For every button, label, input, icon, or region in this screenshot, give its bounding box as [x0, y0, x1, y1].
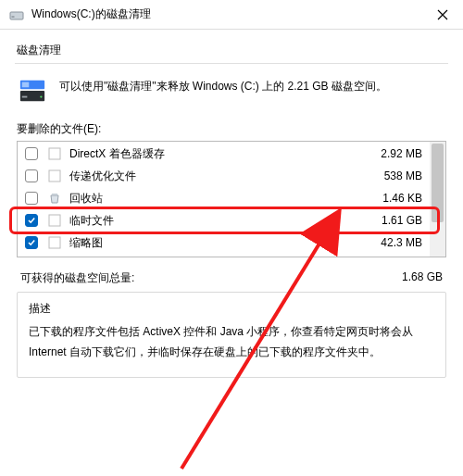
close-button[interactable] [422, 0, 463, 29]
item-size: 42.3 MB [357, 236, 422, 249]
checkbox[interactable] [25, 236, 38, 249]
list-item[interactable]: 传递优化文件 538 MB [18, 165, 430, 187]
checkbox[interactable] [25, 192, 38, 205]
list-item[interactable]: 回收站 1.46 KB [18, 187, 430, 209]
checkbox[interactable] [25, 214, 38, 227]
tab-divider [15, 63, 448, 64]
intro-block: 可以使用"磁盘清理"来释放 Windows (C:) 上的 2.21 GB 磁盘… [19, 77, 444, 105]
checkbox[interactable] [25, 147, 38, 160]
files-to-delete-label: 要删除的文件(E): [17, 121, 446, 137]
description-text: 已下载的程序文件包括 ActiveX 控件和 Java 小程序，你查看特定网页时… [29, 322, 434, 362]
svg-rect-5 [22, 96, 28, 98]
item-size: 1.46 KB [357, 192, 422, 205]
item-label: 传递优化文件 [69, 169, 357, 184]
list-item[interactable]: DirectX 着色器缓存 2.92 MB [18, 143, 430, 165]
recycle-bin-icon [47, 191, 62, 206]
tab-disk-cleanup[interactable]: 磁盘清理 [15, 39, 448, 64]
svg-point-6 [40, 95, 42, 97]
item-size: 2.92 MB [357, 147, 422, 160]
drive-icon [9, 7, 24, 22]
svg-rect-0 [10, 12, 23, 19]
svg-rect-11 [49, 237, 60, 248]
window-title: Windows(C:)的磁盘清理 [31, 6, 422, 22]
item-size: 1.61 GB [357, 214, 422, 227]
file-icon [47, 146, 62, 161]
svg-rect-9 [52, 194, 57, 195]
titlebar: Windows(C:)的磁盘清理 [0, 0, 463, 30]
description-legend: 描述 [25, 301, 55, 317]
file-icon [47, 169, 62, 183]
list-item[interactable]: 缩略图 42.3 MB [18, 232, 430, 254]
item-label: 临时文件 [69, 213, 357, 229]
item-label: DirectX 着色器缓存 [69, 146, 357, 162]
svg-rect-7 [49, 148, 60, 159]
file-list: DirectX 着色器缓存 2.92 MB 传递优化文件 538 MB 回收站 … [17, 141, 446, 257]
file-icon [47, 235, 62, 250]
list-item[interactable]: 临时文件 1.61 GB [18, 209, 430, 232]
description-group: 描述 已下载的程序文件包括 ActiveX 控件和 Java 小程序，你查看特定… [17, 292, 446, 378]
total-label: 可获得的磁盘空间总量: [20, 270, 402, 286]
checkbox[interactable] [25, 169, 38, 182]
svg-rect-1 [12, 16, 15, 17]
svg-rect-8 [49, 170, 60, 182]
item-size: 538 MB [357, 169, 422, 182]
total-row: 可获得的磁盘空间总量: 1.68 GB [20, 270, 443, 286]
item-label: 回收站 [69, 191, 357, 207]
item-label: 缩略图 [69, 235, 357, 251]
scrollbar-thumb[interactable] [432, 144, 444, 222]
svg-rect-3 [22, 82, 30, 88]
total-value: 1.68 GB [402, 270, 443, 286]
drive-large-icon [19, 77, 46, 105]
scrollbar[interactable] [430, 142, 445, 257]
svg-rect-10 [49, 215, 60, 226]
file-icon [47, 213, 62, 228]
intro-text: 可以使用"磁盘清理"来释放 Windows (C:) 上的 2.21 GB 磁盘… [59, 77, 387, 105]
